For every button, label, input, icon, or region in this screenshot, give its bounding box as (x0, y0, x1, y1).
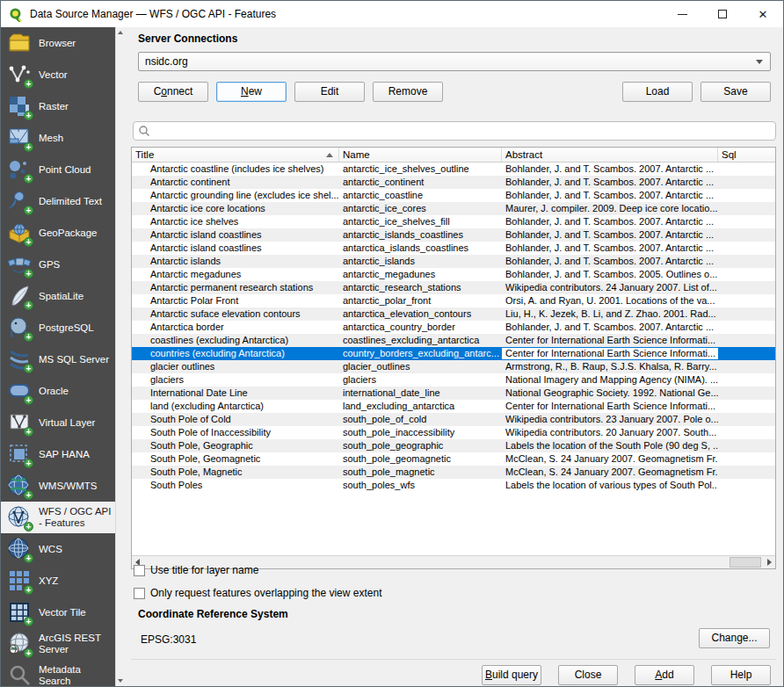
table-row[interactable]: Antarctic island coastlinesantarctic_isl… (132, 228, 775, 242)
sidebar-item-label: Delimited Text (39, 196, 102, 207)
sidebar-item-point-cloud[interactable]: +Point Cloud (1, 154, 115, 185)
cell-name: antarctic_islands (339, 255, 502, 268)
sidebar-item-xyz[interactable]: +XYZ (1, 565, 115, 597)
sidebar-item-oracle[interactable]: +Oracle (1, 375, 115, 407)
sidebar-item-postgresql[interactable]: +PostgreSQL (1, 312, 115, 344)
column-header-title[interactable]: Title (132, 148, 339, 162)
cell-name: coastlines_excluding_antarctica (339, 334, 502, 347)
new-button[interactable]: New (216, 82, 287, 102)
build-query-button[interactable]: Build query (482, 665, 541, 685)
table-row[interactable]: South Polessouth_poles_wfsLabels the loc… (132, 479, 775, 492)
table-row[interactable]: Antarctic coastline (includes ice shelve… (132, 163, 775, 176)
sidebar-scrollbar[interactable] (115, 27, 124, 686)
cell-name: international_date_line (339, 387, 502, 400)
save-button[interactable]: Save (701, 82, 771, 102)
column-header-abstract[interactable]: Abstract (502, 148, 718, 162)
sidebar-item-geopackage[interactable]: +GeoPackage (1, 217, 115, 249)
filter-search-box[interactable] (133, 121, 776, 141)
cell-sql (718, 321, 775, 334)
cell-name: antarctic_ice_shelves_fill (339, 215, 502, 228)
cell-title: countries (excluding Antarctica) (132, 347, 339, 360)
connect-button[interactable]: Connect (138, 82, 208, 102)
cell-title: South Poles (132, 479, 339, 492)
table-row[interactable]: South Pole, Geomagneticsouth_pole_geomag… (132, 452, 775, 466)
remove-button[interactable]: Remove (373, 82, 443, 102)
table-row[interactable]: land (excluding Antarctica)land_excludin… (132, 400, 775, 413)
table-row[interactable]: Antarctic megadunesantarctic_megadunesBo… (132, 268, 775, 281)
add-button[interactable]: Add (635, 665, 694, 685)
close-button[interactable]: ✕ (743, 1, 783, 27)
layers-table: Title Name Abstract Sql Antarctic coastl… (131, 147, 776, 569)
cell-abstract: Bohlander, J. and T. Scambos. 2007. Anta… (502, 242, 718, 255)
table-row[interactable]: Antarctic islandsantarctic_islandsBohlan… (132, 255, 775, 268)
search-input[interactable] (150, 123, 775, 139)
load-button[interactable]: Load (622, 82, 693, 102)
sidebar-item-metadata-search[interactable]: Metadata Search (1, 660, 115, 686)
sidebar-item-vector-tile[interactable]: +Vector Tile (1, 597, 115, 628)
table-row[interactable]: countries (excluding Antarctica)country_… (132, 347, 775, 360)
close-dialog-button[interactable]: Close (558, 665, 618, 685)
sidebar-item-wcs[interactable]: +WCS (1, 533, 115, 565)
table-row[interactable]: Antarctic suface elevation contoursantar… (132, 307, 775, 321)
table-row[interactable]: Antarctic grounding line (excludes ice s… (132, 189, 775, 202)
table-row[interactable]: International Date Lineinternational_dat… (132, 387, 775, 400)
edit-button[interactable]: Edit (294, 82, 365, 102)
scroll-down-icon[interactable] (118, 679, 123, 683)
table-row[interactable]: coastlines (excluding Antarctica)coastli… (132, 334, 775, 347)
column-header-name[interactable]: Name (339, 148, 502, 162)
cell-name: antarctic_continent (339, 176, 502, 189)
table-row[interactable]: South Pole, Magneticsouth_pole_magneticM… (132, 466, 775, 479)
table-row[interactable]: Antarctic ice core locationsantarctic_ic… (132, 202, 775, 215)
table-row[interactable]: Antarctica borderantarctica_country_bord… (132, 321, 775, 334)
cell-title: Antarctic suface elevation contours (132, 307, 339, 321)
sidebar-item-raster[interactable]: +Raster (1, 90, 115, 122)
sap-hana-icon: + (6, 441, 33, 467)
sidebar-item-sap-hana[interactable]: +SAP HANA (1, 438, 115, 470)
crs-heading: Coordinate Reference System (138, 608, 288, 620)
table-row[interactable]: Antarctic island coastlinesantarctica_is… (132, 242, 775, 255)
scroll-right-icon[interactable] (767, 559, 772, 566)
sidebar-item-gps[interactable]: +GPS (1, 249, 115, 280)
add-plus-badge-icon: + (24, 300, 33, 310)
wcs-icon: + (6, 536, 33, 562)
use-title-checkbox[interactable] (134, 565, 145, 576)
table-row[interactable]: South Pole, Geographicsouth_pole_geograp… (132, 439, 775, 452)
column-header-sql[interactable]: Sql (718, 148, 775, 162)
table-row[interactable]: South Pole of Inaccessibilitysouth_pole_… (132, 426, 775, 439)
table-row[interactable]: Antarctic Polar Frontantarctic_polar_fro… (132, 294, 775, 307)
table-row[interactable]: Antarctic ice shelvesantarctic_ice_shelv… (132, 215, 775, 228)
sidebar-item-arcgis-rest[interactable]: +ArcGIS REST Server (1, 628, 115, 660)
table-row[interactable]: glacier outlinesglacier_outlinesArmstron… (132, 360, 775, 373)
sidebar-item-spatialite[interactable]: +SpatiaLite (1, 280, 115, 312)
scroll-up-icon[interactable] (118, 31, 123, 34)
maximize-button[interactable] (702, 1, 743, 27)
sidebar-item-mssql[interactable]: +MS SQL Server (1, 344, 115, 375)
sidebar-item-vector[interactable]: +Vector (1, 59, 115, 90)
cell-title: South Pole, Geomagnetic (132, 452, 339, 466)
cell-title: glaciers (132, 373, 339, 387)
minimize-button[interactable] (662, 1, 702, 27)
sidebar-item-label: GeoPackage (39, 228, 98, 239)
scrollbar-thumb[interactable] (730, 557, 761, 568)
xyz-icon: + (6, 568, 33, 594)
table-row[interactable]: Antarctic permanent research stationsant… (132, 281, 775, 294)
sidebar-item-mesh[interactable]: +Mesh (1, 122, 115, 154)
sidebar-item-label: Point Cloud (39, 164, 91, 176)
overlap-checkbox[interactable] (134, 588, 145, 599)
table-row[interactable]: Antarctic continentantarctic_continentBo… (132, 176, 775, 189)
sidebar-item-virtual-layer[interactable]: +Virtual Layer (1, 407, 115, 438)
cell-sql (718, 413, 775, 426)
sidebar-item-wfs[interactable]: +WFS / OGC API - Features (1, 502, 115, 533)
sidebar-item-delimited-text[interactable]: +Delimited Text (1, 185, 115, 217)
help-button[interactable]: Help (711, 665, 771, 685)
cell-sql (718, 215, 775, 228)
add-plus-badge-icon: + (24, 522, 33, 532)
cell-abstract: Center for International Earth Science I… (502, 347, 718, 360)
table-row[interactable]: glaciersglaciersNational Imagery and Map… (132, 373, 775, 387)
sidebar-item-browser[interactable]: Browser (1, 27, 115, 59)
cell-sql (718, 466, 775, 479)
sidebar-item-wms-wmts[interactable]: +WMS/WMTS (1, 470, 115, 502)
table-row[interactable]: South Pole of Coldsouth_pole_of_coldWiki… (132, 413, 775, 426)
crs-change-button[interactable]: Change... (699, 628, 770, 648)
connection-select[interactable]: nsidc.org (138, 52, 771, 71)
